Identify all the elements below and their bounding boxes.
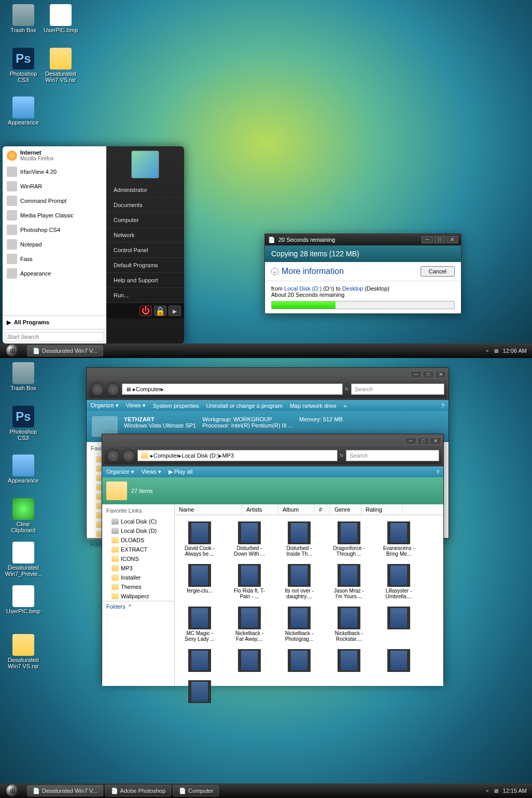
tray-network-icon[interactable]: 🖥 xyxy=(493,348,499,354)
file-item[interactable]: Its not over -daughtry.... xyxy=(281,564,318,599)
toolbar-views[interactable]: Views ▾ xyxy=(142,469,161,475)
desktop-icon-photoshop[interactable]: PsPhotoshop CS3 xyxy=(5,48,41,83)
desktop-icon-appearance[interactable]: Appearance xyxy=(5,97,41,126)
help-icon[interactable]: ? xyxy=(441,403,444,409)
desktop-icon[interactable]: Trash Box xyxy=(5,362,41,391)
toolbar-more[interactable]: » xyxy=(344,403,347,409)
toolbar-organize[interactable]: Organize ▾ xyxy=(91,402,119,409)
start-shutdown-arrow[interactable]: ▸ xyxy=(169,306,181,316)
close-button[interactable]: ✕ xyxy=(435,371,446,378)
file-item[interactable] xyxy=(181,649,218,673)
start-program-item[interactable]: IrfanView 4.20 xyxy=(3,164,106,179)
minimize-button[interactable]: ─ xyxy=(410,371,422,378)
maximize-button[interactable]: □ xyxy=(423,371,434,378)
taskbar-clock[interactable]: 12:15 AM xyxy=(503,788,527,794)
desktop-icon[interactable]: PsPhotoshop CS3 xyxy=(5,406,41,441)
file-item[interactable]: Jason Mraz - I'm Yours.... xyxy=(330,564,368,599)
file-item[interactable]: Nickelback - Far Away.... xyxy=(231,607,268,642)
desktop-icon-trash[interactable]: Trash Box xyxy=(5,4,41,33)
start-right-item[interactable]: Default Programs xyxy=(106,258,184,273)
address-bar[interactable]: ▸ Computer ▸ Local Disk (D:) ▸ MP3 xyxy=(137,450,338,461)
column-header[interactable]: Rating xyxy=(361,504,403,515)
favorite-link[interactable]: ICONS xyxy=(102,554,174,563)
desktop-icon[interactable]: Clear Clipboard xyxy=(5,498,41,533)
maximize-button[interactable]: □ xyxy=(434,236,445,243)
search-input[interactable]: Search xyxy=(346,450,439,461)
desktop-icon[interactable]: Desaturated Win7_Previe... xyxy=(5,542,41,577)
more-information-link[interactable]: More information xyxy=(282,267,344,276)
start-program-item[interactable]: WinRAR xyxy=(3,179,106,194)
folders-toggle[interactable]: Folders ^ xyxy=(102,601,174,612)
address-bar[interactable]: 🖥 ▸ Computer ▸ xyxy=(122,383,343,395)
toolbar-map-drive[interactable]: Map network drive xyxy=(290,403,337,409)
taskbar-task[interactable]: 📄Adobe Photoshop xyxy=(105,785,171,796)
minimize-button[interactable]: ─ xyxy=(422,236,433,243)
start-power-button[interactable]: ⏻ xyxy=(139,306,152,316)
tray-expand-icon[interactable]: « xyxy=(486,788,489,793)
desktop-icon[interactable]: Desaturated Win7 VS.rar xyxy=(5,634,41,669)
file-item[interactable] xyxy=(281,649,318,673)
toolbar-uninstall[interactable]: Uninstall or change a program xyxy=(206,403,283,409)
start-right-item[interactable]: Documents xyxy=(106,198,184,213)
file-item[interactable]: MC Magic - Sexy Lady ... xyxy=(181,607,218,642)
close-button[interactable]: ✕ xyxy=(446,236,458,243)
chevron-down-icon[interactable]: ⌄ xyxy=(271,268,278,275)
start-search-input[interactable] xyxy=(5,332,104,341)
start-program-item[interactable]: Media Player Classic xyxy=(3,208,106,223)
file-item[interactable]: Lillasyster - Umbrella.... xyxy=(380,564,417,599)
start-program-item[interactable]: Photoshop CS4 xyxy=(3,223,106,237)
start-program-item[interactable]: Appearance xyxy=(3,266,106,281)
file-item[interactable]: Disturbed - Inside Th... xyxy=(281,521,318,557)
file-item[interactable] xyxy=(380,649,417,673)
column-header[interactable]: Album xyxy=(278,504,315,515)
file-item[interactable]: Evanescens - Bring Me... xyxy=(380,521,417,557)
start-button[interactable]: ⊞ xyxy=(0,343,25,358)
desktop-icon[interactable]: UserPIC.bmp xyxy=(5,585,41,614)
file-item[interactable] xyxy=(231,649,268,673)
column-header[interactable]: # xyxy=(315,504,330,515)
toolbar-play-all[interactable]: ▶ Play all xyxy=(169,469,193,475)
start-program-item[interactable]: Fass xyxy=(3,252,106,266)
file-item[interactable]: Disturbed - Down With ... xyxy=(231,521,268,557)
minimize-button[interactable]: ─ xyxy=(405,437,416,445)
start-user-picture[interactable] xyxy=(131,150,159,178)
nav-forward-button[interactable] xyxy=(122,449,135,462)
maximize-button[interactable]: □ xyxy=(417,437,429,445)
favorite-link[interactable]: Local Disk (C) xyxy=(102,517,174,526)
start-right-item[interactable]: Computer xyxy=(106,213,184,228)
nav-back-button[interactable] xyxy=(106,449,120,462)
taskbar-task[interactable]: 📄Desaturated Win7 V... xyxy=(27,785,103,796)
favorite-link[interactable]: Themes xyxy=(102,582,174,591)
start-right-item[interactable]: Control Panel xyxy=(106,243,184,258)
refresh-icon[interactable]: ↻ xyxy=(340,453,344,458)
copy-from-disk[interactable]: Local Disk (D:) xyxy=(284,285,321,292)
help-icon[interactable]: ? xyxy=(436,469,439,475)
desktop-icon-userpic[interactable]: UserPIC.bmp xyxy=(43,4,79,33)
copy-to-name[interactable]: Desktop xyxy=(342,285,363,292)
toolbar-organize[interactable]: Organize ▾ xyxy=(106,469,134,475)
favorite-link[interactable]: MP3 xyxy=(102,563,174,573)
start-right-item[interactable]: Network xyxy=(106,228,184,243)
nav-back-button[interactable] xyxy=(91,382,104,396)
toolbar-views[interactable]: Views ▾ xyxy=(126,402,146,409)
refresh-icon[interactable]: ↻ xyxy=(345,387,349,392)
favorite-link[interactable]: EXTRACT xyxy=(102,545,174,554)
file-item[interactable] xyxy=(330,649,368,673)
taskbar-clock[interactable]: 12:06 AM xyxy=(503,348,527,354)
start-right-item[interactable]: Administrator xyxy=(106,183,184,198)
file-item[interactable]: fergie-clu... xyxy=(181,564,218,599)
desktop-icon-rar[interactable]: Desaturated Win7 VS.rar xyxy=(43,48,79,83)
tray-expand-icon[interactable]: « xyxy=(486,348,489,353)
file-item[interactable]: Flo Rida ft. T-Pain - ... xyxy=(231,564,268,599)
column-header[interactable]: Artists xyxy=(242,504,278,515)
nav-forward-button[interactable] xyxy=(106,382,120,396)
start-all-programs[interactable]: ▶ All Programs xyxy=(3,315,106,329)
file-item[interactable] xyxy=(181,680,218,704)
tray-network-icon[interactable]: 🖥 xyxy=(493,788,499,794)
favorite-link[interactable]: Wallpaperz xyxy=(102,591,174,601)
start-lock-button[interactable]: 🔒 xyxy=(154,306,166,316)
start-button[interactable]: ⊞ xyxy=(0,783,25,798)
desktop-icon[interactable]: Appearance xyxy=(5,455,41,484)
search-input[interactable]: Search xyxy=(351,383,444,395)
favorite-link[interactable]: Installer xyxy=(102,573,174,582)
